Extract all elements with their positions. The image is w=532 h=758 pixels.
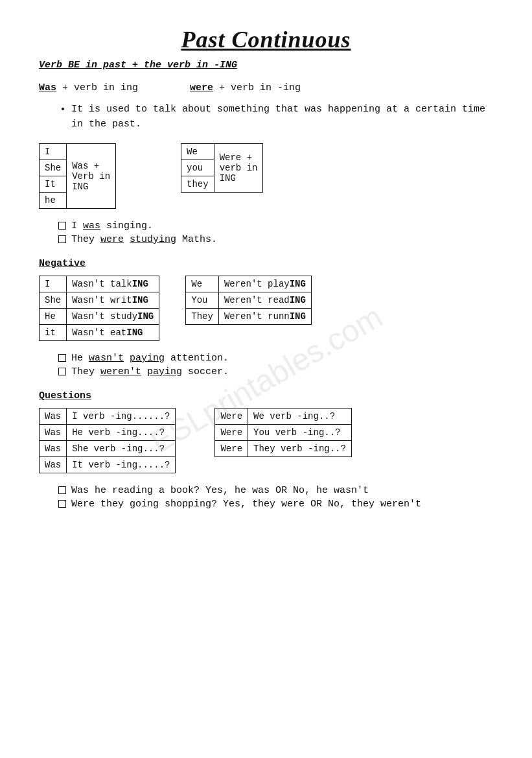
q-aux-r1: Were: [215, 409, 248, 425]
affirmative-left-table: I Was +Verb inING She It he: [39, 143, 116, 209]
was-verb-cell: Was +Verb inING: [67, 144, 116, 209]
questions-heading: Questions: [39, 390, 493, 401]
table-row: I Wasn't talkING: [40, 276, 159, 292]
were-label: were: [190, 82, 213, 93]
was-phrase: Was + verb in ing: [39, 82, 138, 93]
example-text-1: I was singing.: [71, 220, 153, 231]
table-row: Was I verb -ing......?: [40, 409, 176, 425]
checkbox-icon-6: [58, 500, 66, 508]
example-item-1: I was singing.: [58, 220, 493, 231]
questions-left-table: Was I verb -ing......? Was He verb -ing.…: [39, 408, 176, 473]
neg-subject-he: He: [40, 309, 67, 325]
affirmative-right-table: We Were +verb inING you they: [181, 143, 263, 193]
neg-verb-r3: Weren't runnING: [218, 309, 311, 325]
table-row: it Wasn't eatING: [40, 325, 159, 341]
page-title: Past Continuous: [39, 26, 493, 53]
table-row: Were We verb -ing..?: [215, 409, 351, 425]
checkbox-icon-2: [58, 235, 66, 243]
neg-verb-r2: Weren't readING: [218, 292, 311, 309]
table-row: I Was +Verb inING: [40, 144, 116, 160]
affirmative-examples: I was singing. They were studying Maths.: [58, 220, 493, 245]
questions-examples: Was he reading a book? Yes, he was OR No…: [58, 485, 493, 510]
q-aux-2: Was: [40, 425, 67, 441]
was-label: Was: [39, 82, 56, 93]
neg-verb-2: Wasn't writING: [67, 292, 159, 309]
q-aux-4: Was: [40, 457, 67, 473]
questions-right-table: Were We verb -ing..? Were You verb -ing.…: [214, 408, 351, 457]
q-example-text-1: Was he reading a book? Yes, he was OR No…: [71, 485, 369, 496]
q-text-r2: You verb -ing..?: [248, 425, 352, 441]
table-row: Were You verb -ing..?: [215, 425, 351, 441]
table-row: You Weren't readING: [186, 292, 312, 309]
questions-tables-row: Was I verb -ing......? Was He verb -ing.…: [39, 408, 493, 473]
neg-subject-it: it: [40, 325, 67, 341]
neg-verb-1: Wasn't talkING: [67, 276, 159, 292]
subject-he: he: [40, 193, 67, 209]
subject-you: you: [181, 160, 214, 176]
subject-it: It: [40, 176, 67, 193]
were-phrase: were + verb in -ing: [190, 82, 301, 93]
neg-subject-she: She: [40, 292, 67, 309]
were-suffix: + verb in -ing: [219, 82, 301, 93]
negative-left-table: I Wasn't talkING She Wasn't writING He W…: [39, 276, 159, 341]
q-text-3: She verb -ing...?: [67, 441, 176, 457]
q-aux-3: Was: [40, 441, 67, 457]
table-row: He Wasn't studyING: [40, 309, 159, 325]
neg-example-item-1: He wasn't paying attention.: [58, 353, 493, 364]
affirmative-tables-row: I Was +Verb inING She It he We Were +ver…: [39, 143, 493, 209]
usage-note: It is used to talk about something that …: [71, 102, 493, 132]
q-aux-1: Was: [40, 409, 67, 425]
neg-subject-we: We: [186, 276, 219, 292]
table-row: She Wasn't writING: [40, 292, 159, 309]
table-row: Was She verb -ing...?: [40, 441, 176, 457]
neg-example-text-1: He wasn't paying attention.: [71, 353, 229, 364]
subject-we: We: [181, 144, 214, 160]
subject-they: they: [181, 176, 214, 193]
table-row: Were They verb -ing..?: [215, 441, 351, 457]
was-were-line: Was + verb in ing were + verb in -ing: [39, 82, 493, 93]
q-aux-r3: Were: [215, 441, 248, 457]
negative-examples: He wasn't paying attention. They weren't…: [58, 353, 493, 377]
checkbox-icon-4: [58, 368, 66, 375]
table-row: We Were +verb inING: [181, 144, 263, 160]
neg-verb-4: Wasn't eatING: [67, 325, 159, 341]
subtitle: Verb BE in past + the verb in -ING: [39, 60, 493, 71]
example-text-2: They were studying Maths.: [71, 234, 217, 245]
q-text-r3: They verb -ing..?: [248, 441, 352, 457]
q-example-text-2: Were they going shopping? Yes, they were…: [71, 499, 421, 510]
q-text-4: It verb -ing.....?: [67, 457, 176, 473]
subject-i: I: [40, 144, 67, 160]
table-row: Was It verb -ing.....?: [40, 457, 176, 473]
table-row: Was He verb -ing....?: [40, 425, 176, 441]
neg-example-item-2: They weren't paying soccer.: [58, 366, 493, 377]
neg-verb-3: Wasn't studyING: [67, 309, 159, 325]
negative-tables-row: I Wasn't talkING She Wasn't writING He W…: [39, 276, 493, 341]
negative-heading: Negative: [39, 258, 493, 269]
was-suffix: + verb in ing: [62, 82, 138, 93]
q-example-item-2: Were they going shopping? Yes, they were…: [58, 499, 493, 510]
checkbox-icon-1: [58, 222, 66, 230]
q-text-r1: We verb -ing..?: [248, 409, 352, 425]
neg-verb-r1: Weren't playING: [218, 276, 311, 292]
q-aux-r2: Were: [215, 425, 248, 441]
q-text-1: I verb -ing......?: [67, 409, 176, 425]
were-verb-cell: Were +verb inING: [214, 144, 263, 193]
q-example-item-1: Was he reading a book? Yes, he was OR No…: [58, 485, 493, 496]
neg-example-text-2: They weren't paying soccer.: [71, 366, 229, 377]
table-row: They Weren't runnING: [186, 309, 312, 325]
q-text-2: He verb -ing....?: [67, 425, 176, 441]
checkbox-icon-3: [58, 354, 66, 362]
usage-note-section: It is used to talk about something that …: [58, 102, 493, 132]
neg-subject-they: They: [186, 309, 219, 325]
table-row: We Weren't playING: [186, 276, 312, 292]
neg-subject-i: I: [40, 276, 67, 292]
neg-subject-you: You: [186, 292, 219, 309]
checkbox-icon-5: [58, 486, 66, 494]
subject-she: She: [40, 160, 67, 176]
example-item-2: They were studying Maths.: [58, 234, 493, 245]
negative-right-table: We Weren't playING You Weren't readING T…: [185, 276, 312, 325]
